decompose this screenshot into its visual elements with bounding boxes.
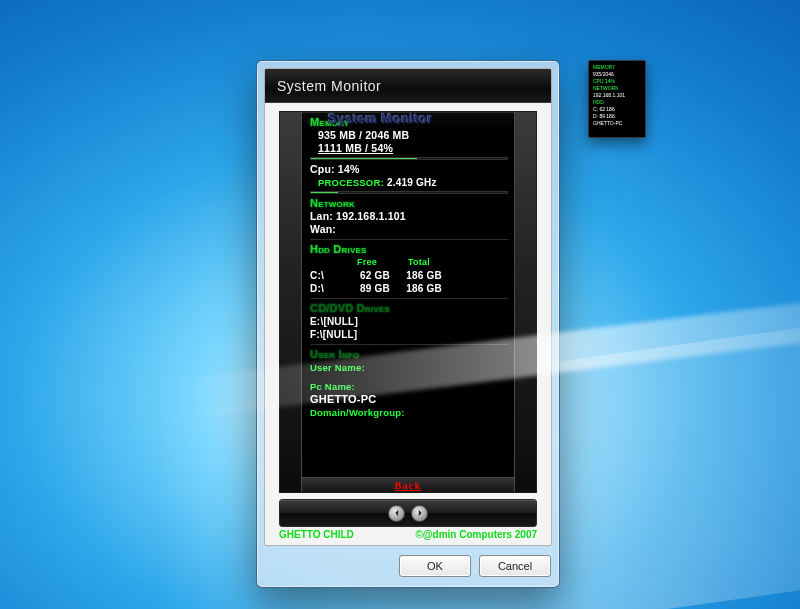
nav-prev-button[interactable] xyxy=(388,505,405,522)
titlebar[interactable]: System Monitor xyxy=(265,69,551,103)
mini-line: 192.168.1.101 xyxy=(593,92,641,99)
hdd-col-free: Free xyxy=(344,256,390,269)
mini-line: GHETTO-PC xyxy=(593,120,641,127)
mini-line: NETWORK xyxy=(593,85,641,92)
domain-label: Domain/Workgroup: xyxy=(310,406,508,419)
cpu-row: Cpu: 14% xyxy=(310,163,508,176)
mini-line: 935/2046 xyxy=(593,71,641,78)
chevron-right-icon xyxy=(416,509,424,517)
memory-header: Memory xyxy=(310,116,508,129)
dialog-footer: OK Cancel xyxy=(257,551,559,587)
gadget-stage: System Monitor Memory 935 MB / 2046 MB 1… xyxy=(279,111,537,493)
credits-right: ©@dmin Computers 2007 xyxy=(415,529,537,540)
mini-line: CPU 14% xyxy=(593,78,641,85)
separator xyxy=(310,298,508,299)
lan-row: Lan: 192.168.1.101 xyxy=(310,210,508,223)
hdd-col-total: Total xyxy=(396,256,442,269)
cpu-bar-fill xyxy=(311,192,338,193)
cpu-label: Cpu: xyxy=(310,163,335,175)
settings-dialog: System Monitor System Monitor Memory 935… xyxy=(256,60,560,588)
cpu-value: 14% xyxy=(338,163,360,175)
gadget-mini-preview[interactable]: MEMORY 935/2046 CPU 14% NETWORK 192.168.… xyxy=(588,60,646,138)
optical-name: F:\ xyxy=(310,329,323,340)
mini-line: C: 62 186 xyxy=(593,106,641,113)
wan-label: Wan: xyxy=(310,223,336,235)
username-label: User Name: xyxy=(310,361,508,374)
hdd-header: Hdd Drives xyxy=(310,243,508,256)
hdd-row-free: 62 GB xyxy=(344,269,390,282)
lan-value: 192.168.1.101 xyxy=(336,210,406,222)
pcname-label: Pc Name: xyxy=(310,380,508,393)
left-rail xyxy=(280,112,302,492)
cpu-bar xyxy=(310,191,508,194)
userinfo-header: User Info xyxy=(310,348,508,361)
memory-bar-fill xyxy=(311,158,417,159)
optical-row: F:\[NULL] xyxy=(310,328,508,341)
memory-line1: 935 MB / 2046 MB xyxy=(310,129,508,142)
lan-label: Lan: xyxy=(310,210,333,222)
optical-value: [NULL] xyxy=(323,316,358,327)
hdd-row-name: D:\ xyxy=(310,282,338,295)
network-header: Network xyxy=(310,197,508,210)
memory-line2: 1111 MB / 54% xyxy=(310,142,508,155)
credits-row: GHETTO CHILD ©@dmin Computers 2007 xyxy=(279,529,537,540)
back-label: Back xyxy=(395,479,422,492)
gadget-panel: System Monitor Memory 935 MB / 2046 MB 1… xyxy=(302,112,514,492)
hdd-row-total: 186 GB xyxy=(396,269,442,282)
pcname-value: GHETTO-PC xyxy=(310,393,508,406)
processor-label: Processor: xyxy=(318,177,384,188)
cpu-proc-row: Processor: 2.419 GHz xyxy=(310,176,508,189)
optical-row: E:\[NULL] xyxy=(310,315,508,328)
mini-line: HDD xyxy=(593,99,641,106)
window-title: System Monitor xyxy=(277,78,381,94)
cancel-button[interactable]: Cancel xyxy=(479,555,551,577)
ok-button[interactable]: OK xyxy=(399,555,471,577)
right-rail xyxy=(514,112,536,492)
optical-name: E:\ xyxy=(310,316,323,327)
wan-row: Wan: xyxy=(310,223,508,236)
optical-value: [NULL] xyxy=(323,329,358,340)
dialog-body: System Monitor System Monitor Memory 935… xyxy=(264,68,552,546)
hdd-row-free: 89 GB xyxy=(344,282,390,295)
processor-value: 2.419 GHz xyxy=(387,177,437,188)
mini-line: D: 89 186 xyxy=(593,113,641,120)
separator xyxy=(310,344,508,345)
mini-line: MEMORY xyxy=(593,64,641,71)
hdd-row-total: 186 GB xyxy=(396,282,442,295)
nav-next-button[interactable] xyxy=(411,505,428,522)
optical-header: CD/DVD Drives xyxy=(310,302,508,315)
back-button[interactable]: Back xyxy=(302,477,514,492)
chevron-left-icon xyxy=(393,509,401,517)
hdd-row-name: C:\ xyxy=(310,269,338,282)
separator xyxy=(310,239,508,240)
credits-left: GHETTO CHILD xyxy=(279,529,354,540)
hdd-table: Free Total C:\ 62 GB 186 GB D:\ 89 GB 18… xyxy=(310,256,508,295)
nav-bar xyxy=(279,499,537,527)
memory-bar xyxy=(310,157,508,160)
